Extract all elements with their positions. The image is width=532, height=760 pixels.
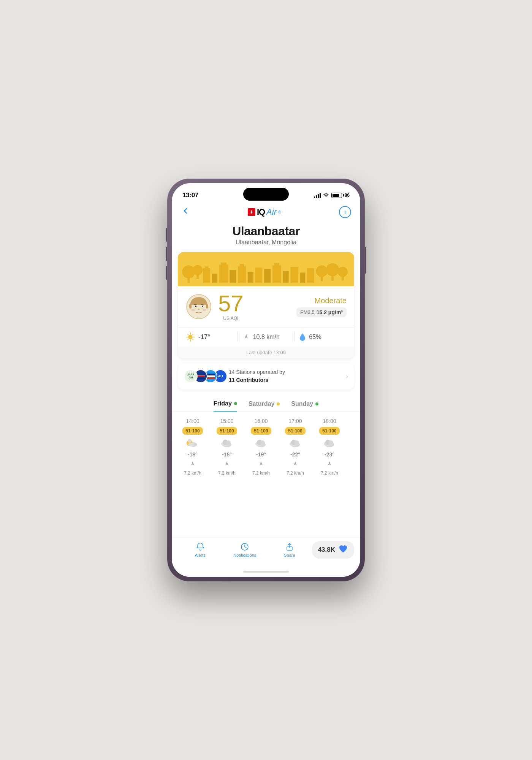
home-indicator (172, 566, 360, 577)
battery-level: 86 (345, 193, 350, 198)
svg-rect-8 (221, 263, 226, 267)
skyline-svg (178, 254, 354, 286)
hourly-scroll[interactable]: 14:00 51-100 -18° 7.2 km/h 15: (172, 412, 360, 482)
logo-registered-icon: ® (278, 210, 281, 214)
hour-aqi-1: 51-100 (182, 427, 203, 435)
stations-count-text: 14 Stations operated by (229, 369, 285, 375)
hour-time-1: 14:00 (186, 418, 199, 424)
hour-wind-dir-1 (189, 461, 196, 467)
svg-rect-5 (205, 266, 208, 270)
share-label: Share (284, 553, 295, 557)
phone-screen: 13:07 86 (172, 183, 360, 577)
status-time: 13:07 (182, 192, 198, 199)
hour-weather-icon-3 (254, 438, 268, 448)
hour-wind-4: 7.2 km/h (287, 470, 304, 476)
hour-temp-3: -19° (256, 451, 266, 458)
info-button[interactable]: i (339, 206, 351, 218)
svg-line-49 (192, 334, 193, 336)
back-button[interactable] (181, 206, 190, 218)
svg-rect-1 (188, 276, 190, 283)
hour-weather-icon-2 (220, 438, 234, 448)
hour-time-2: 15:00 (220, 418, 233, 424)
hour-aqi-3: 51-100 (251, 427, 271, 435)
logo-iq-text: IQ (257, 207, 265, 217)
tab-friday-dot (234, 402, 237, 405)
tab-alerts[interactable]: Alerts (178, 542, 223, 557)
stations-card[interactable]: JAAPAIR AU 14 Stations operated by 11 Co… (178, 363, 354, 390)
tab-sunday[interactable]: Sunday (291, 400, 318, 412)
svg-rect-26 (342, 275, 344, 280)
chevron-right-icon: › (346, 372, 348, 380)
svg-point-42 (188, 335, 192, 339)
hour-weather-icon-5 (323, 438, 336, 448)
svg-rect-55 (196, 375, 205, 377)
svg-marker-73 (260, 461, 263, 466)
alerts-label: Alerts (195, 553, 206, 557)
swiss-flag-icon (248, 208, 255, 216)
aqi-face-icon (185, 293, 212, 320)
tab-share[interactable]: Share (267, 542, 312, 557)
app-logo: IQAir® (248, 207, 281, 217)
hour-weather-icon-4 (288, 438, 302, 448)
tab-notifications[interactable]: Notifications (223, 542, 268, 557)
tab-friday-label: Friday (214, 400, 232, 407)
home-bar (243, 571, 289, 573)
svg-rect-16 (274, 263, 279, 267)
aqi-status-section: Moderate PM2.5 15.2 μg/m³ (250, 296, 347, 317)
aqi-number-section: 57 US AQI (212, 292, 250, 321)
svg-rect-3 (196, 273, 199, 279)
tab-friday[interactable]: Friday (214, 400, 237, 412)
hour-wind-dir-3 (258, 461, 264, 467)
svg-point-72 (260, 440, 265, 445)
svg-point-35 (196, 306, 196, 306)
svg-point-38 (203, 306, 203, 306)
stations-contributors: 11 Contributors (229, 377, 268, 383)
hour-time-5: 18:00 (323, 418, 336, 424)
weather-temp-item: -17° (185, 332, 233, 342)
weather-temperature: -17° (198, 333, 210, 341)
tab-saturday-dot (277, 402, 280, 405)
svg-marker-63 (191, 461, 194, 466)
share-icon (285, 542, 294, 551)
weather-wind-speed: 10.8 km/h (253, 334, 280, 340)
hourly-row: 14:00 51-100 -18° 7.2 km/h 15: (179, 418, 353, 476)
last-update: Last update 13:00 (178, 347, 354, 358)
sun-icon (185, 332, 195, 342)
notifications-clock-icon (240, 542, 249, 551)
svg-marker-68 (225, 461, 228, 466)
pm-value: 15.2 μg/m³ (317, 309, 343, 315)
status-bar: 13:07 86 (172, 183, 360, 202)
hour-item-2: 15:00 51-100 -18° 7.2 km/h (214, 418, 240, 476)
aqi-main: 57 US AQI Moderate PM2.5 15.2 μg/m³ (178, 286, 354, 327)
stations-text: 14 Stations operated by 11 Contributors (229, 368, 346, 384)
hour-time-3: 16:00 (254, 418, 268, 424)
hour-aqi-4: 51-100 (285, 427, 305, 435)
svg-rect-56 (206, 374, 215, 375)
svg-point-77 (294, 440, 299, 445)
weather-divider-2 (294, 332, 294, 342)
tab-saturday[interactable]: Saturday (249, 400, 280, 412)
weather-wind-item: 10.8 km/h (242, 333, 290, 341)
hour-wind-dir-5 (326, 461, 333, 467)
svg-rect-30 (206, 304, 208, 309)
info-icon: i (344, 209, 346, 215)
svg-marker-78 (294, 461, 297, 466)
favorite-count: 43.8K (318, 546, 335, 554)
favorite-button[interactable]: 43.8K (312, 541, 354, 559)
hour-wind-1: 7.2 km/h (184, 470, 201, 476)
notifications-label: Notifications (233, 553, 256, 557)
city-name: Ulaanbaatar (179, 224, 353, 238)
heart-icon (338, 544, 348, 556)
svg-point-67 (226, 440, 231, 445)
wind-direction-icon (242, 333, 250, 341)
hour-item-4: 17:00 51-100 -22° 7.2 km/h (282, 418, 309, 476)
dynamic-island (243, 188, 289, 201)
hour-time-4: 17:00 (288, 418, 302, 424)
svg-point-39 (198, 309, 200, 310)
stations-avatars: JAAPAIR AU (184, 369, 223, 383)
weather-humidity-item: 65% (299, 333, 347, 341)
hour-temp-1: -18° (188, 451, 198, 458)
hour-item-1: 14:00 51-100 -18° 7.2 km/h (179, 418, 206, 476)
hour-item-5: 18:00 51-100 -23° 7.2 km/h (316, 418, 343, 476)
svg-line-50 (188, 339, 189, 340)
